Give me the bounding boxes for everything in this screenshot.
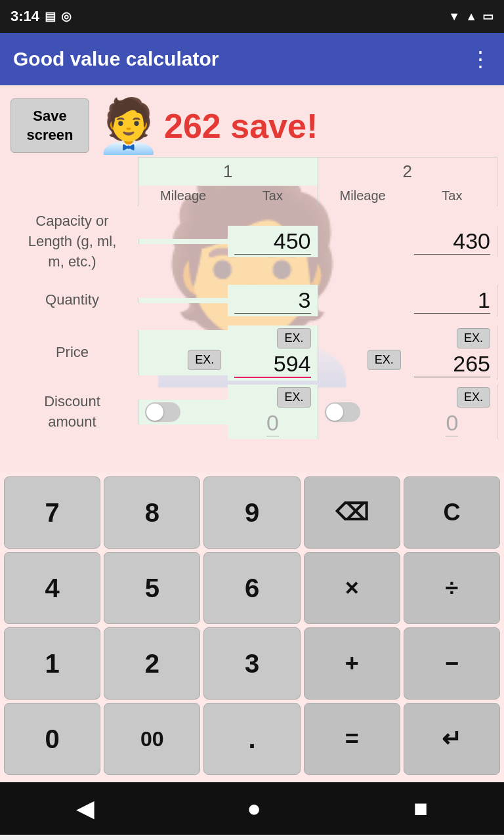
capacity-row: Capacity orLength (g, ml,m, etc.) [7,206,497,277]
key-2[interactable]: 2 [104,627,200,700]
more-menu-icon[interactable]: ⋮ [470,47,491,72]
wifi-icon: ▼ [448,10,460,24]
nav-recent-button[interactable]: ■ [413,795,428,822]
col2-number: 2 [318,158,497,186]
hotspot-icon: ◎ [61,9,72,24]
col1-tax-price: EX. [228,326,318,381]
status-bar: 3:14 ▤ ◎ ▼ ▲ ▭ [0,0,504,33]
key-decimal[interactable]: . [203,703,300,775]
key-divide[interactable]: ÷ [404,552,500,624]
app-title: Good value calculator [13,48,219,70]
key-row-2: 4 5 6 × ÷ [4,552,500,624]
col1-price-input[interactable] [234,351,310,378]
key-5[interactable]: 5 [104,552,200,624]
col2-tax-label: Tax [408,186,497,206]
key-multiply[interactable]: × [304,552,400,624]
col1-quantity-input[interactable] [234,287,310,314]
key-equals[interactable]: = [304,703,400,775]
col1-discount-value: 0 [266,410,279,436]
col1-tax-capacity [228,226,318,257]
col2-header: 2 [318,157,498,186]
col1-mileage-discount [138,400,228,425]
key-0[interactable]: 0 [4,703,100,775]
col2-tax-price: EX. [408,326,497,380]
col1-tax-discount: EX. 0 [228,385,318,439]
col2-discount-ex-button[interactable]: EX. [457,387,490,408]
signal-icon: ▲ [465,10,477,24]
key-00[interactable]: 00 [104,703,200,775]
col1-mileage-capacity [138,239,228,244]
col1-mileage-price: EX. [138,330,228,375]
key-row-1: 7 8 9 ⌫ C [4,476,500,549]
key-1[interactable]: 1 [4,627,100,700]
col2-mileage-label: Mileage [318,186,408,206]
col1-tax-qty [228,285,318,316]
key-add[interactable]: + [304,627,400,700]
mascot-icon: 🧑‍💼 [96,100,161,152]
col2-discount-value: 0 [446,410,458,436]
data-table: 1 2 Mileage Tax Mileage Tax Capacity orL… [0,157,504,441]
col1-capacity-input[interactable] [234,228,310,255]
col1-mileage-qty [138,298,228,303]
col1-tax-label: Tax [228,186,318,206]
col2-mileage-price: EX. [318,330,408,375]
quantity-row: Quantity [7,278,497,324]
col1-mileage-ex-button[interactable]: EX. [188,350,221,370]
price-row: Price EX. EX. EX. EX. [7,324,497,383]
discount-label: Discountamount [7,387,138,438]
battery-icon: ▭ [482,9,494,24]
col2-mileage-discount-toggle[interactable] [325,402,360,422]
key-backspace[interactable]: ⌫ [304,476,400,549]
col2-tax-discount: EX. 0 [408,385,497,439]
key-clear[interactable]: C [404,476,500,549]
col1-number: 1 [138,158,318,186]
col2-tax-ex-button[interactable]: EX. [457,328,490,348]
key-7[interactable]: 7 [4,476,100,549]
col1-discount-ex-button[interactable]: EX. [277,387,310,408]
col1-mileage-discount-toggle[interactable] [145,402,180,422]
sim-icon: ▤ [45,9,56,24]
key-8[interactable]: 8 [104,476,200,549]
status-time: 3:14 [10,8,39,25]
key-4[interactable]: 4 [4,552,100,624]
price-label: Price [7,337,138,368]
nav-bar: ◀ ● ■ [0,782,504,835]
main-content: 🧑‍💼 Save screen 🧑‍💼 262 save! 1 2 [0,85,504,472]
col2-capacity-input[interactable] [414,228,490,255]
key-row-4: 0 00 . = ↵ [4,703,500,775]
col1-mileage-label: Mileage [138,186,228,206]
col2-price-input[interactable] [414,351,490,377]
sub-header-row: Mileage Tax Mileage Tax [7,186,497,206]
col2-mileage-qty [318,298,408,303]
col2-mileage-capacity [318,239,408,244]
key-9[interactable]: 9 [203,476,300,549]
app-bar: Good value calculator ⋮ [0,33,504,85]
key-3[interactable]: 3 [203,627,300,700]
nav-back-button[interactable]: ◀ [76,795,94,822]
calculator-panel: Save screen 🧑‍💼 262 save! 1 2 Mileag [0,85,504,442]
nav-home-button[interactable]: ● [247,795,261,822]
col1-tax-ex-button[interactable]: EX. [277,328,310,348]
key-6[interactable]: 6 [203,552,300,624]
discount-row: Discountamount EX. 0 EX. 0 [7,383,497,442]
save-result-row: Save screen 🧑‍💼 262 save! [0,92,504,157]
keyboard: 7 8 9 ⌫ C 4 5 6 × ÷ 1 2 3 + − 0 00 . = ↵ [0,472,504,782]
save-amount: 262 save! [164,106,318,146]
key-subtract[interactable]: − [404,627,500,700]
col2-quantity-input[interactable] [414,287,490,314]
col2-mileage-ex-button[interactable]: EX. [368,350,401,370]
quantity-label: Quantity [7,285,138,316]
capacity-label: Capacity orLength (g, ml,m, etc.) [7,206,138,277]
col2-tax-qty [408,285,497,316]
col-header-row: 1 2 [7,157,497,186]
col2-mileage-discount [318,400,408,425]
key-enter[interactable]: ↵ [404,703,500,775]
col1-header: 1 [138,157,318,186]
key-row-3: 1 2 3 + − [4,627,500,700]
save-screen-button[interactable]: Save screen [10,98,89,153]
col2-tax-capacity [408,226,497,257]
